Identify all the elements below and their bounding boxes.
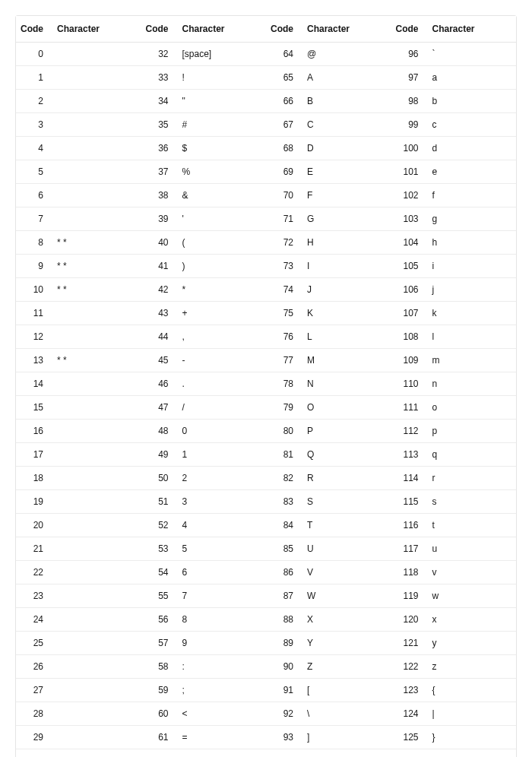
header-character: Character [51,16,141,43]
cell-char: k [426,302,517,325]
cell-char: { [426,679,517,702]
cell-char: t [426,514,517,537]
cell-char [51,325,141,349]
table-row: 234"66B98b [16,90,516,113]
cell-code: 73 [266,255,301,278]
cell-code: 83 [266,490,301,514]
cell-char: * * [51,349,141,372]
table-header: CodeCharacterCodeCharacterCodeCharacterC… [16,16,516,43]
cell-char: x [426,608,517,632]
table-row: 2961=93]125} [16,726,516,749]
cell-char [51,160,141,184]
cell-char: Y [301,632,391,655]
cell-code: 118 [391,561,426,584]
table-row: 2254686V118v [16,561,516,584]
table-row: 133!65A97a [16,66,516,90]
cell-code: 7 [16,207,51,231]
cell-char: / [176,396,267,420]
cell-char: - [176,349,267,372]
ascii-table: CodeCharacterCodeCharacterCodeCharacterC… [16,16,516,757]
cell-char: H [301,231,391,255]
cell-code: 114 [391,467,426,490]
table-row: 537%69E101e [16,160,516,184]
cell-char: * * [51,231,141,255]
cell-char: [ [301,679,391,702]
cell-code: 112 [391,420,426,443]
cell-char [51,679,141,702]
cell-code: 103 [391,207,426,231]
cell-code: 47 [141,396,176,420]
cell-char: 9 [176,632,267,655]
cell-char: A [301,66,391,90]
cell-char: T [301,514,391,537]
cell-char: Z [301,655,391,679]
cell-code: 14 [16,372,51,396]
cell-code: 99 [391,113,426,137]
header-code: Code [141,16,176,43]
cell-code: 126 [391,749,426,758]
cell-code: 8 [16,231,51,255]
table-row: 2557989Y121y [16,632,516,655]
cell-char [51,655,141,679]
cell-code: 3 [16,113,51,137]
cell-char: S [301,490,391,514]
table-row: 335#67C99c [16,113,516,137]
cell-char [51,137,141,160]
cell-code: 53 [141,537,176,561]
cell-char [51,537,141,561]
cell-code: 82 [266,467,301,490]
cell-char: : [176,655,267,679]
cell-code: 41 [141,255,176,278]
cell-char: X [301,608,391,632]
cell-code: 78 [266,372,301,396]
cell-char [51,113,141,137]
cell-code: 59 [141,679,176,702]
cell-char: s [426,490,517,514]
cell-code: 117 [391,537,426,561]
cell-code: 97 [391,66,426,90]
cell-char: 2 [176,467,267,490]
cell-char [51,702,141,726]
table-row: 739'71G103g [16,207,516,231]
cell-code: 54 [141,561,176,584]
cell-code: 24 [16,608,51,632]
cell-char: 8 [176,608,267,632]
table-row: 1446.78N110n [16,372,516,396]
cell-code: 91 [266,679,301,702]
table-row: 1648080P112p [16,420,516,443]
cell-char: O [301,396,391,420]
table-row: 1547/79O111o [16,396,516,420]
cell-code: 119 [391,584,426,608]
cell-char: @ [301,43,391,66]
cell-char: | [426,702,517,726]
table-row: 9* *41)73I105i [16,255,516,278]
cell-code: 11 [16,302,51,325]
cell-code: 67 [266,113,301,137]
cell-char [51,184,141,207]
cell-char [51,584,141,608]
cell-code: 38 [141,184,176,207]
table-body: 032[space]64@96`133!65A97a234"66B98b335#… [16,43,516,758]
table-row: 8* *40(72H104h [16,231,516,255]
cell-code: 92 [266,702,301,726]
table-row: 1143+75K107k [16,302,516,325]
cell-char: R [301,467,391,490]
cell-char: , [176,325,267,349]
cell-code: 116 [391,514,426,537]
cell-code: 25 [16,632,51,655]
cell-code: 44 [141,325,176,349]
cell-code: 123 [391,679,426,702]
cell-code: 51 [141,490,176,514]
cell-char: e [426,160,517,184]
cell-code: 5 [16,160,51,184]
cell-char: w [426,584,517,608]
cell-code: 64 [266,43,301,66]
cell-char: ) [176,255,267,278]
header-code: Code [16,16,51,43]
cell-code: 88 [266,608,301,632]
cell-char [51,372,141,396]
cell-code: 101 [391,160,426,184]
cell-char [51,90,141,113]
cell-code: 107 [391,302,426,325]
cell-char [51,43,141,66]
